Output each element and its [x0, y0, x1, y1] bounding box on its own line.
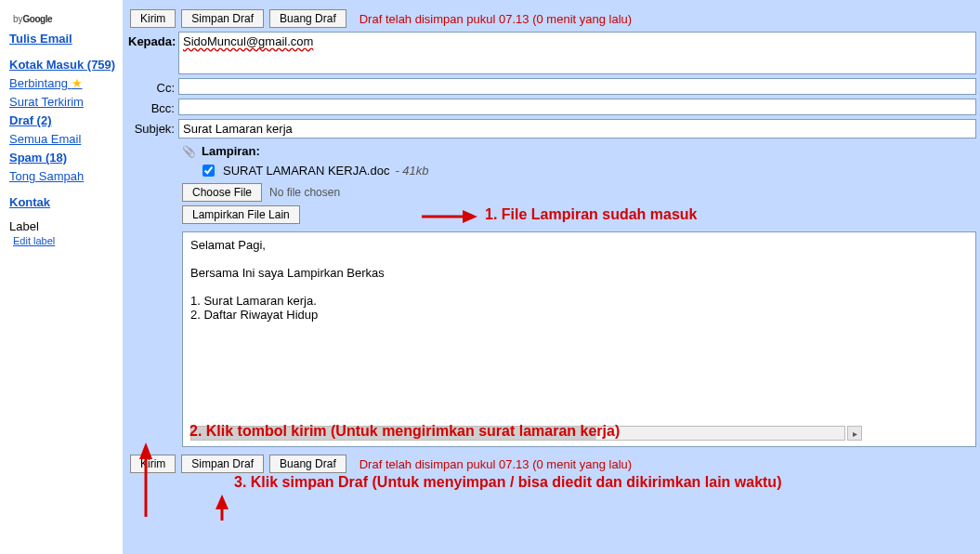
choose-file-button[interactable]: Choose File	[182, 183, 262, 202]
attachment-label: Lampiran:	[202, 144, 260, 158]
draft-status: Draf telah disimpan pukul 07.13 (0 menit…	[359, 12, 632, 26]
draft-status-bottom: Draf telah disimpan pukul 07.13 (0 menit…	[359, 457, 632, 471]
subject-field[interactable]: Surat Lamaran kerja	[178, 119, 976, 138]
sidebar-item-trash[interactable]: Tong Sampah	[9, 167, 123, 186]
send-button-bottom[interactable]: Kirim	[130, 455, 176, 473]
attachment-block: Lampiran: SURAT LAMARAN KERJA.doc - 41kb…	[182, 144, 976, 228]
sidebar-item-sent[interactable]: Surat Terkirim	[9, 93, 123, 112]
sidebar-item-drafts[interactable]: Draf (2)	[9, 112, 123, 130]
to-field[interactable]: SidoMuncul@gmail.com	[178, 32, 976, 74]
attachment-checkbox[interactable]	[203, 165, 215, 177]
cc-label: Cc:	[128, 78, 178, 95]
message-body[interactable]: Selamat Pagi, Bersama Ini saya Lampirkan…	[182, 231, 976, 447]
sidebar-item-starred[interactable]: Berbintang ★	[9, 74, 123, 93]
labels-heading: Label	[9, 219, 123, 233]
subject-label: Subjek:	[128, 119, 178, 136]
arrow-icon-3	[212, 495, 232, 522]
svg-marker-5	[216, 495, 229, 509]
attach-another-button[interactable]: Lampirkan File Lain	[182, 205, 300, 224]
sidebar-item-compose[interactable]: Tulis Email	[9, 30, 123, 48]
discard-draft-button[interactable]: Buang Draf	[269, 9, 346, 28]
attachment-filename: SURAT LAMARAN KERJA.doc	[223, 164, 389, 178]
by-google-branding: byGoogle	[13, 14, 123, 24]
bottom-toolbar: Kirim Simpan Draf Buang Draf Draf telah …	[128, 451, 976, 477]
sidebar-item-inbox[interactable]: Kotak Masuk (759)	[9, 56, 123, 74]
sidebar-item-allmail[interactable]: Semua Email	[9, 130, 123, 149]
compose-panel: Kirim Simpan Draf Buang Draf Draf telah …	[123, 0, 980, 554]
send-button[interactable]: Kirim	[130, 9, 176, 28]
sidebar-item-contacts[interactable]: Kontak	[9, 193, 123, 212]
save-draft-button-bottom[interactable]: Simpan Draf	[181, 455, 264, 473]
bcc-field[interactable]	[178, 99, 976, 115]
horizontal-scrollbar[interactable]	[190, 426, 845, 441]
star-icon: ★	[72, 76, 83, 90]
bcc-label: Bcc:	[128, 99, 178, 115]
no-file-text: No file chosen	[269, 186, 340, 199]
sidebar-item-spam[interactable]: Spam (18)	[9, 149, 123, 167]
scrollbar-thumb[interactable]	[191, 427, 596, 440]
edit-label-link[interactable]: Edit label	[13, 235, 55, 246]
discard-draft-button-bottom[interactable]: Buang Draf	[269, 455, 346, 473]
save-draft-button[interactable]: Simpan Draf	[181, 9, 264, 28]
cc-field[interactable]	[178, 78, 976, 95]
paperclip-icon	[182, 144, 198, 158]
scroll-right-arrow[interactable]: ▸	[847, 426, 862, 441]
to-label: Kepada:	[128, 32, 178, 48]
sidebar: byGoogle Tulis Email Kotak Masuk (759) B…	[0, 0, 123, 554]
attachment-filesize: - 41kb	[395, 164, 428, 178]
top-toolbar: Kirim Simpan Draf Buang Draf Draf telah …	[128, 6, 976, 32]
